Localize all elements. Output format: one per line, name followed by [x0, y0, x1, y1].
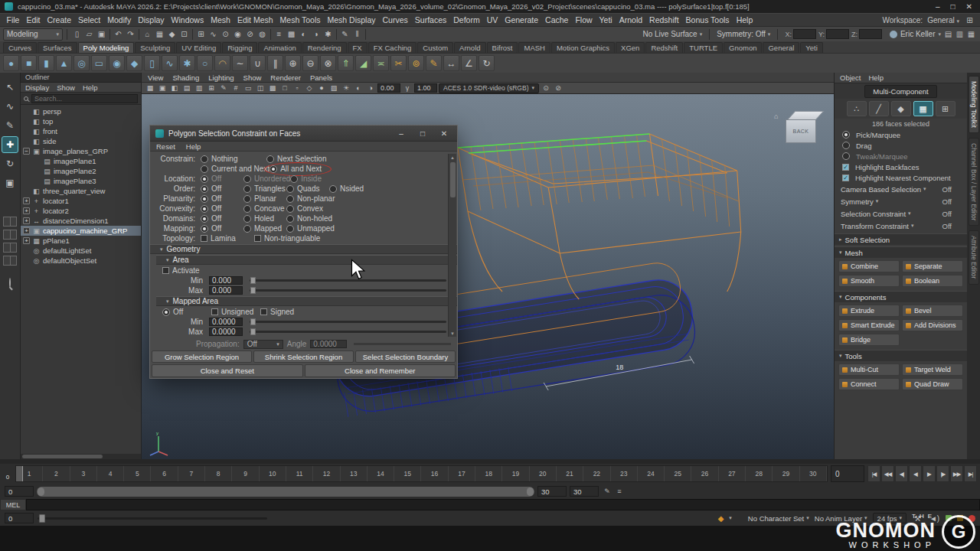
slider-handle[interactable] — [250, 287, 256, 294]
construction-history-icon[interactable]: ≡ — [273, 28, 285, 40]
option-non-planar[interactable]: Non-planar — [286, 194, 335, 203]
option-current-and-next[interactable]: Current and Next — [201, 165, 270, 173]
option-concave[interactable]: Concave — [243, 204, 286, 213]
button-target-weld[interactable]: Target Weld — [902, 364, 963, 376]
menu-file[interactable]: File — [3, 15, 23, 24]
viewport-menu-view[interactable]: View — [148, 73, 163, 82]
angle-slider[interactable] — [354, 343, 451, 345]
button-bevel[interactable]: Bevel — [902, 305, 963, 317]
button-shrink-selection-region[interactable]: Shrink Selection Region — [253, 350, 354, 363]
frame-23[interactable]: 23 — [611, 466, 638, 481]
new-scene-icon[interactable]: ▯ — [71, 28, 83, 40]
outliner-menu-show[interactable]: Show — [57, 83, 75, 92]
playback-frame-field[interactable]: 0 — [5, 513, 34, 523]
paint-effects-icon[interactable]: ✎ — [339, 28, 351, 40]
option-triangles[interactable]: Triangles — [243, 184, 286, 193]
frame-27[interactable]: 27 — [719, 466, 746, 481]
dialog-title-bar[interactable]: Polygon Selection Constraint on Faces –□… — [150, 126, 457, 142]
exposure-icon[interactable]: ◑ — [365, 83, 376, 93]
redo-icon[interactable]: ↷ — [125, 28, 136, 40]
menu-yeti[interactable]: Yeti — [596, 15, 616, 24]
snap-projected-center-icon[interactable]: ◉ — [232, 28, 243, 40]
view-transform-dropdown[interactable]: ACES 1.0 SDR-video (sRGB)▾ — [439, 83, 539, 93]
target-weld-icon[interactable]: ⊚ — [408, 55, 424, 71]
zoom-tool-icon[interactable] — [9, 278, 11, 288]
tool-settings-toggle-icon[interactable]: ▤ — [942, 28, 954, 40]
bevel-icon[interactable]: ◢ — [355, 55, 371, 71]
step-back-frame-button[interactable]: ◀◀ — [881, 465, 894, 482]
menu-help[interactable]: Help — [733, 15, 756, 24]
mapped-max-field[interactable]: 0.0000 — [209, 328, 243, 336]
area-min-slider[interactable] — [250, 279, 446, 282]
section-header-tools[interactable]: ▾Tools — [835, 350, 967, 361]
frame-29[interactable]: 29 — [773, 466, 799, 481]
frame-3[interactable]: 3 — [70, 466, 97, 481]
lights-icon[interactable]: ☀ — [341, 83, 351, 93]
shelf-tab-mash[interactable]: MASH — [518, 42, 550, 53]
mirror-icon[interactable]: ↔ — [443, 55, 459, 71]
slider-handle[interactable] — [250, 318, 256, 325]
edit-range-icon[interactable]: ✎ — [602, 487, 612, 495]
film-gate-icon[interactable]: ▭ — [243, 83, 253, 93]
2d-pan-zoom-icon[interactable]: ⊞ — [206, 83, 217, 93]
button-add-divisions[interactable]: Add Divisions — [902, 319, 963, 331]
face-mode-icon[interactable]: ◆ — [891, 101, 911, 116]
attribute-editor-toggle-icon[interactable]: ▥ — [954, 28, 965, 40]
frame-16[interactable]: 16 — [421, 466, 448, 481]
option-off[interactable]: Off — [201, 184, 243, 193]
frame-24[interactable]: 24 — [638, 466, 665, 481]
menu-mesh[interactable]: Mesh — [207, 15, 234, 24]
make-live-icon[interactable]: ◍ — [256, 28, 268, 40]
section-header-soft-selection[interactable]: ▸Soft Selection — [835, 233, 967, 245]
poly-disc-icon[interactable]: ◉ — [109, 55, 125, 71]
gamma-icon[interactable]: γ — [402, 83, 413, 93]
area-max-slider[interactable] — [250, 289, 446, 292]
outliner-item-top[interactable]: ◧top — [21, 116, 141, 126]
shelf-tab-bifrost[interactable]: Bifrost — [487, 42, 518, 53]
option-tweak-marquee[interactable]: Tweak/Marquee — [835, 151, 967, 161]
select-hierarchy-icon[interactable]: ⌂ — [142, 28, 153, 40]
paint-select-tool[interactable]: ✎ — [2, 117, 18, 134]
menu-redshift[interactable]: Redshift — [646, 15, 683, 24]
button-quad-draw[interactable]: Quad Draw — [902, 378, 963, 390]
go-to-start-button[interactable]: |◀ — [867, 465, 880, 482]
crease-icon[interactable]: ∠ — [461, 55, 477, 71]
safe-action-icon[interactable]: □ — [279, 83, 290, 93]
outliner-item-front[interactable]: ◧front — [21, 126, 141, 136]
symmetry-dropdown[interactable]: Symmetry: Off ▾ — [714, 30, 773, 38]
frame-12[interactable]: 12 — [313, 466, 340, 481]
button-combine[interactable]: Combine — [838, 260, 900, 272]
pause-icon[interactable]: ‖ — [351, 28, 363, 40]
side-tab-channel-box-layer-editor[interactable]: Channel Box / Layer Editor — [969, 138, 979, 227]
save-scene-icon[interactable]: ▣ — [96, 28, 107, 40]
option-non-triangulable[interactable]: Non-triangulable — [254, 234, 320, 243]
shelf-tab-sculpting[interactable]: Sculpting — [135, 42, 175, 53]
expander-plus-icon[interactable]: + — [23, 207, 30, 214]
poly-cone-icon[interactable]: ▲ — [56, 55, 72, 71]
coord-y-input[interactable] — [826, 29, 849, 39]
outliner-item-imageplane1[interactable]: ▤imagePlane1 — [21, 156, 141, 166]
option-all-and-next[interactable]: All and Next — [270, 165, 335, 173]
playhead[interactable] — [16, 466, 23, 481]
outliner-item-locator1[interactable]: ++locator1 — [21, 196, 141, 206]
layout-two-pane-button[interactable] — [3, 230, 17, 240]
frame-28[interactable]: 28 — [746, 466, 773, 481]
option-activate[interactable]: Activate — [162, 266, 200, 275]
frame-13[interactable]: 13 — [341, 466, 368, 481]
gamma-field[interactable]: 1.00 — [414, 83, 437, 93]
dropdown-transform-constraint[interactable]: Transform Constraint▾Off — [835, 220, 967, 232]
dialog-scrollbar[interactable]: ▲ ▼ — [448, 154, 456, 337]
outliner-item-defaultlightset[interactable]: ◎defaultLightSet — [21, 246, 141, 256]
go-to-end-button[interactable]: ▶| — [964, 465, 977, 482]
poly-platonic-icon[interactable]: ◆ — [126, 55, 142, 71]
poly-cube-icon[interactable]: ■ — [21, 55, 37, 71]
frame-17[interactable]: 17 — [449, 466, 475, 481]
coord-z-input[interactable] — [859, 29, 882, 39]
area-section-header[interactable]: ▾Area — [156, 255, 457, 265]
outliner-pane-tab[interactable]: Outliner — [21, 73, 141, 83]
ipr-render-icon[interactable]: ◑ — [310, 28, 322, 40]
menu-cache[interactable]: Cache — [542, 15, 572, 24]
safe-title-icon[interactable]: ▫ — [292, 83, 302, 93]
option-unordered[interactable]: Unordered — [243, 174, 290, 183]
step-back-key-button[interactable]: ◀| — [895, 465, 908, 482]
